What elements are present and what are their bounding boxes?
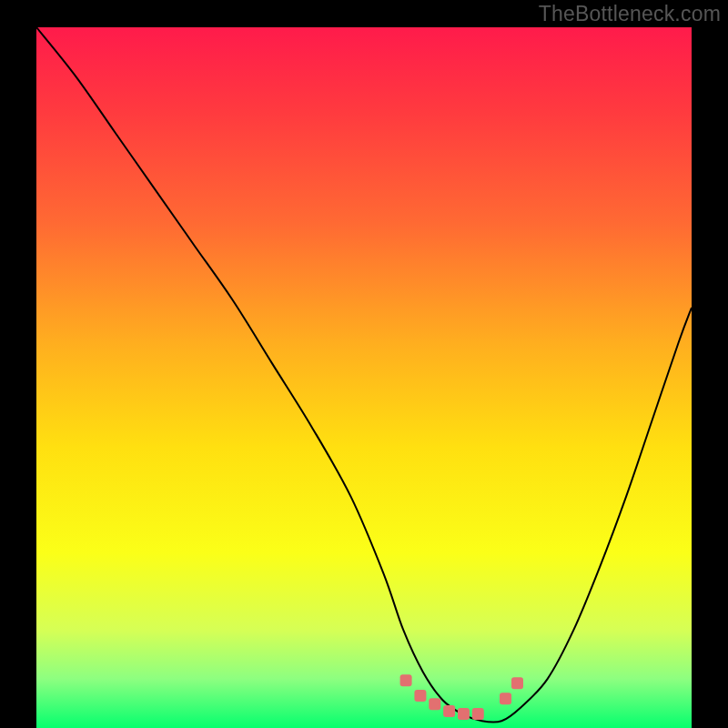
valley-marker [414,690,426,702]
valley-marker [458,708,470,720]
valley-marker [400,674,412,686]
bottleneck-chart [36,27,692,728]
valley-marker [472,708,484,720]
valley-marker [511,677,523,689]
svg-rect-0 [36,27,692,728]
watermark-text: TheBottleneck.com [539,2,721,26]
valley-marker [500,693,511,704]
valley-marker [443,705,455,717]
valley-marker [429,698,440,710]
